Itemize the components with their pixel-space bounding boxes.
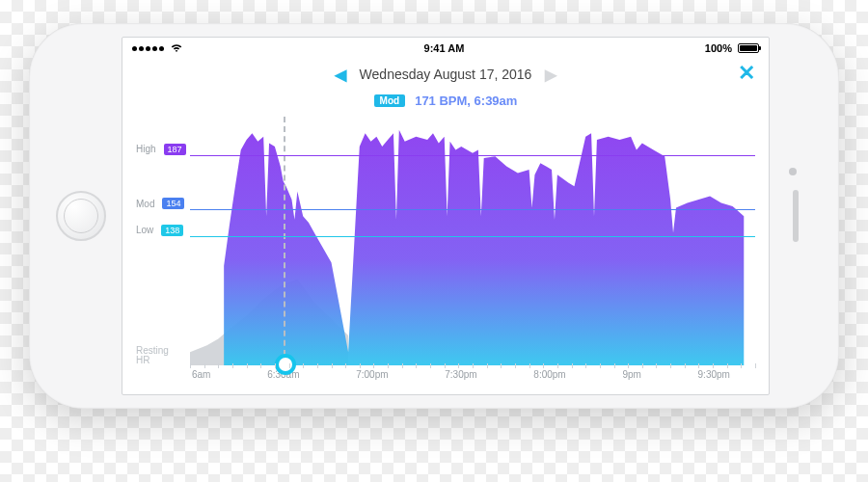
zone-line-mod — [190, 209, 755, 210]
phone-frame: 9:41 AM 100% ◀ Wednesday August 17, 2016… — [29, 23, 839, 409]
hr-chart: High187Mod154Low138Resting HR — [136, 117, 755, 365]
front-camera — [789, 168, 797, 175]
close-button[interactable]: ✕ — [738, 61, 755, 86]
x-tick-label: 7:00pm — [356, 369, 388, 394]
zone-label-resting: Resting HR — [136, 346, 169, 365]
battery-percent: 100% — [705, 42, 732, 54]
battery-icon — [738, 43, 759, 53]
zone-pill: Mod — [374, 94, 406, 107]
screen: 9:41 AM 100% ◀ Wednesday August 17, 2016… — [122, 37, 770, 395]
x-tick-label: 6am — [192, 369, 210, 394]
x-tick-label: 9:30pm — [698, 369, 730, 394]
scrubber-value: 171 BPM, 6:39am — [415, 94, 517, 108]
prev-day-button[interactable]: ◀ — [321, 66, 360, 84]
x-axis-labels: 6am6:30am7:00pm7:30pm8:00pm9pm9:30pm — [122, 369, 769, 394]
zone-line-high — [190, 155, 755, 156]
x-tick-label: 9pm — [622, 369, 640, 394]
home-button[interactable] — [56, 191, 106, 241]
date-label: Wednesday August 17, 2016 — [360, 67, 532, 82]
zone-line-low — [190, 236, 755, 237]
zone-label-mod: Mod154 — [136, 198, 184, 209]
next-day-button[interactable]: ▶ — [531, 66, 570, 84]
earpiece-speaker — [793, 190, 799, 242]
date-nav: ◀ Wednesday August 17, 2016 ▶ ✕ — [122, 59, 769, 90]
wifi-icon — [170, 43, 183, 53]
status-time: 9:41 AM — [424, 42, 465, 54]
x-tick-label: 8:00pm — [533, 369, 565, 394]
zone-label-low: Low138 — [136, 225, 183, 236]
scrubber-tooltip: Mod 171 BPM, 6:39am — [122, 90, 769, 111]
signal-dots-icon — [132, 46, 164, 51]
x-tick-label: 7:30pm — [445, 369, 476, 394]
x-tick-marks — [190, 362, 755, 368]
status-bar: 9:41 AM 100% — [122, 38, 769, 59]
zone-label-high: High187 — [136, 144, 186, 155]
